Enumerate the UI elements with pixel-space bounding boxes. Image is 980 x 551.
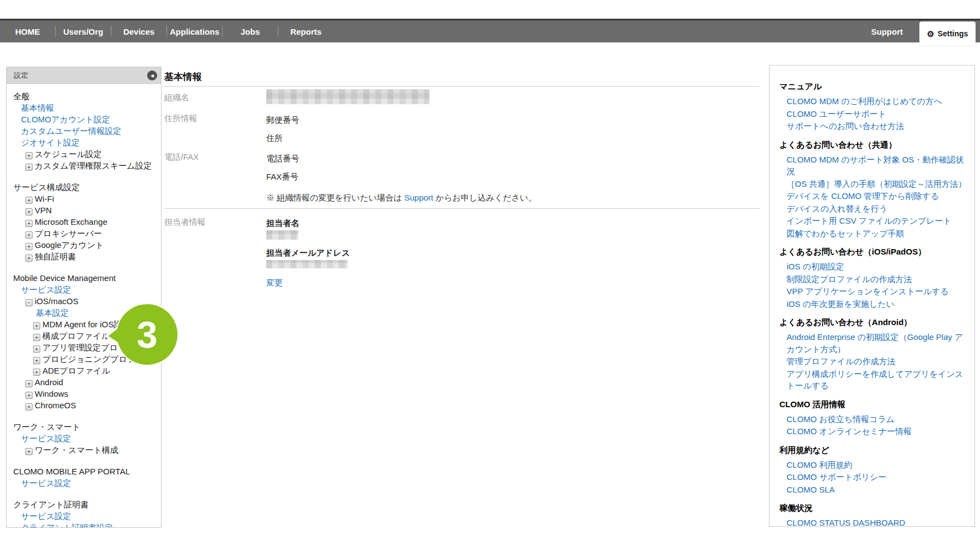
expand-icon[interactable]: + (25, 197, 33, 204)
help-link[interactable]: CLOMO MDM のご利用がはじめての方へ (779, 95, 967, 107)
sidebar-item-custom-user-info[interactable]: カスタムユーザー情報設定 (7, 125, 161, 137)
sidebar-item-vpn[interactable]: +VPN (7, 204, 161, 216)
expand-icon[interactable]: + (25, 392, 33, 399)
help-link[interactable]: CLOMO SLA (779, 484, 967, 496)
sidebar-item-proxy-server[interactable]: +プロキシサーバー (7, 228, 161, 239)
sidebar-item-chromeos[interactable]: +ChromeOS (7, 399, 161, 411)
expand-icon[interactable]: + (33, 369, 40, 376)
sidebar-item-custom-admin-scheme[interactable]: +カスタム管理権限スキーム設定 (7, 160, 161, 171)
sidebar-item-own-certificate[interactable]: +独自証明書 (7, 251, 161, 262)
sidebar-item-basic-info[interactable]: 基本情報 (7, 102, 161, 114)
sidebar-item-mdm-service-settings[interactable]: サービス設定 (7, 284, 161, 295)
expand-icon[interactable]: + (25, 380, 33, 387)
org-change-note: ※ 組織情報の変更を行いたい場合は Support からお申し込みください。 (266, 193, 536, 203)
title-divider (164, 86, 760, 87)
help-section-manual: マニュアル (779, 81, 967, 92)
help-link[interactable]: インポート用 CSV ファイルのテンプレート (779, 215, 967, 227)
help-link[interactable]: 図解でわかるセットアップ手順 (779, 228, 967, 240)
help-link[interactable]: CLOMO サポートポリシー (779, 471, 967, 483)
help-section-faq-ios: よくあるお問い合わせ（iOS/iPadOS） (779, 246, 967, 257)
collapse-sidebar-button[interactable]: ◀ (147, 71, 157, 80)
item-label: 構成プロファイル (42, 331, 110, 341)
help-link[interactable]: CLOMO MDM のサポート対象 OS・動作確認状況 (779, 154, 967, 177)
help-link[interactable]: iOS の初期設定 (779, 261, 967, 273)
item-label: iOS/macOS (35, 296, 78, 306)
sidebar-item-android[interactable]: +Android (7, 376, 161, 388)
help-link[interactable]: CLOMO 利用規約 (779, 459, 967, 471)
sidebar-item-schedule-settings[interactable]: +スケジュール設定 (7, 148, 161, 160)
help-section-status: 稼働状況 (779, 503, 967, 514)
main-content: 基本情報 組織名 住所情報 郵便番号 住所 電話/FAX 電話番号 FAX番号 … (164, 66, 760, 397)
step-3-badge: 3 (105, 302, 179, 368)
help-link[interactable]: 管理プロファイルの作成方法 (779, 355, 967, 368)
settings-tab-label: Settings (938, 29, 968, 38)
help-link[interactable]: ［OS 共通］導入の手順（初期設定～活用方法） (779, 178, 967, 190)
expand-icon[interactable]: + (25, 220, 33, 227)
help-link[interactable]: サポートへのお問い合わせ方法 (779, 120, 967, 132)
section-divider (164, 208, 760, 209)
sidebar-item-clomo-account-settings[interactable]: CLOMOアカウント設定 (7, 114, 161, 125)
help-link[interactable]: 制限設定プロファイルの作成方法 (779, 273, 967, 285)
help-link[interactable]: VPP アプリケーションをインストールする (779, 285, 967, 298)
expand-icon[interactable]: + (25, 208, 33, 215)
sidebar-section-general: 全般 基本情報 CLOMOアカウント設定 カスタムユーザー情報設定 ジオサイト設… (7, 90, 161, 171)
expand-icon[interactable]: + (33, 322, 40, 329)
sidebar-item-work-smart-service-settings[interactable]: サービス設定 (7, 433, 161, 444)
help-section-faq-android: よくあるお問い合わせ（Android） (779, 317, 967, 328)
sidebar-header-label: 設定 (14, 71, 28, 80)
help-section-clomo-info: CLOMO 活用情報 (779, 399, 967, 410)
change-link[interactable]: 変更 (266, 278, 283, 288)
expand-icon[interactable]: + (25, 164, 33, 171)
section-title-app-portal: CLOMO MOBILE APP PORTAL (7, 466, 161, 477)
help-link[interactable]: CLOMO ユーザーサポート (779, 108, 967, 120)
nav-devices[interactable]: Devices (111, 20, 166, 42)
section-title-general: 全般 (7, 90, 161, 102)
expand-icon[interactable]: + (33, 334, 40, 341)
expand-icon[interactable]: + (33, 345, 40, 353)
sidebar-item-work-smart-config[interactable]: +ワーク・スマート構成 (7, 444, 161, 456)
nav-jobs[interactable]: Jobs (223, 20, 278, 42)
help-section-faq-common: よくあるお問い合わせ（共通） (779, 139, 967, 150)
contact-email-redacted-value (266, 260, 348, 268)
nav-reports[interactable]: Reports (278, 20, 333, 42)
support-link[interactable]: Support (404, 193, 433, 202)
help-section-terms: 利用規約など (779, 445, 967, 456)
note-text-after: からお申し込みください。 (433, 193, 536, 202)
help-link[interactable]: CLOMO お役立ち情報コラム (779, 413, 967, 425)
sidebar-section-client-cert: クライアント証明書 サービス設定 クライアント証明書設定 (7, 499, 161, 528)
sidebar-item-windows[interactable]: +Windows (7, 388, 161, 399)
nav-home[interactable]: HOME (0, 20, 55, 42)
contact-section-label: 担当者情報 (164, 217, 206, 228)
sidebar-item-google-account[interactable]: +Googleアカウント (7, 239, 161, 251)
expand-icon[interactable]: + (25, 152, 33, 159)
help-link[interactable]: デバイスの入れ替えを行う (779, 203, 967, 215)
sidebar-item-wifi[interactable]: +Wi-Fi (7, 193, 161, 204)
expand-icon[interactable]: + (25, 255, 33, 262)
nav-settings-tab[interactable]: ⚙ Settings (919, 21, 976, 46)
sidebar-item-portal-service-settings[interactable]: サービス設定 (7, 477, 161, 489)
help-link[interactable]: CLOMO STATUS DASHBOARD (779, 517, 967, 527)
sidebar-item-client-cert-clipped[interactable]: クライアント証明書設定 (7, 522, 161, 528)
expand-icon[interactable]: + (25, 448, 33, 455)
item-label: Android (35, 377, 63, 387)
sidebar-item-geosite-settings[interactable]: ジオサイト設定 (7, 137, 161, 148)
help-link[interactable]: アプリ構成ポリシーを作成してアプリをインストールする (779, 368, 967, 392)
help-link[interactable]: CLOMO オンラインセミナー情報 (779, 425, 967, 437)
help-link[interactable]: Android Enterprise の初期設定（Google Play アカウ… (779, 331, 967, 355)
nav-applications[interactable]: Applications (167, 20, 222, 42)
expand-icon[interactable]: + (25, 403, 33, 410)
expand-icon[interactable]: + (25, 231, 33, 239)
sidebar-item-microsoft-exchange[interactable]: +Microsoft Exchange (7, 216, 161, 228)
nav-left-group: HOME Users/Org Devices Applications Jobs… (0, 20, 333, 42)
item-label: カスタム管理権限スキーム設定 (35, 161, 152, 170)
nav-support[interactable]: Support (871, 20, 903, 42)
item-label: VPN (35, 206, 52, 215)
collapse-icon[interactable]: − (25, 299, 33, 306)
sidebar-item-client-cert-service-settings[interactable]: サービス設定 (7, 510, 161, 522)
nav-users-org[interactable]: Users/Org (56, 20, 111, 42)
item-label: ワーク・スマート構成 (35, 445, 119, 455)
help-link[interactable]: iOS の年次更新を実施したい (779, 298, 967, 310)
help-link[interactable]: デバイスを CLOMO 管理下から削除する (779, 190, 967, 202)
expand-icon[interactable]: + (25, 243, 33, 250)
expand-icon[interactable]: + (33, 357, 40, 364)
